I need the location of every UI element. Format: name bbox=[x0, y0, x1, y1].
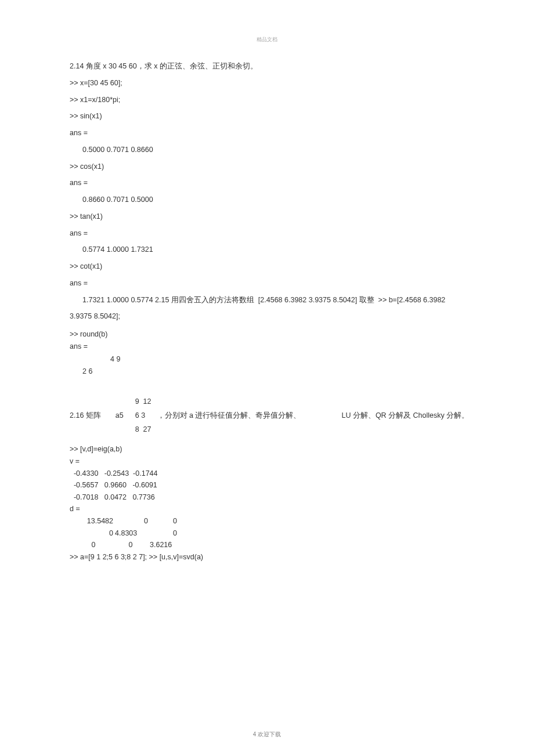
code-line: >> round(b) bbox=[70, 328, 476, 341]
output-values: 3.9375 8.5042]; bbox=[70, 308, 476, 325]
d-value: 0 bbox=[70, 527, 113, 540]
output-values: 2 6 bbox=[70, 366, 476, 378]
output-values: 0.8660 0.7071 0.5000 bbox=[70, 191, 476, 208]
output-values: -0.4330 -0.2543 -0.1744 bbox=[70, 468, 476, 480]
text-segment: ，分别对 a 进行特征值分解、奇异值分解、 bbox=[151, 407, 301, 424]
code-line: >> x=[30 45 60]; bbox=[70, 75, 476, 92]
output-line: ans = bbox=[70, 275, 476, 292]
d-value: 3.6216 bbox=[148, 539, 177, 551]
code-line: >> cot(x1) bbox=[70, 258, 476, 275]
text-line: 2.14 角度 x 30 45 60，求 x 的正弦、余弦、正切和余切。 bbox=[70, 58, 476, 75]
output-line: ans = bbox=[70, 225, 476, 242]
output-line: ans = bbox=[70, 125, 476, 142]
round-block: >> round(b) ans = 4 9 2 6 bbox=[70, 328, 476, 378]
code-line: >> a=[9 1 2;5 6 3;8 2 7]; >> [u,s,v]=svd… bbox=[70, 551, 476, 563]
output-values: 4 9 bbox=[70, 353, 476, 366]
matrix-name: a5 bbox=[107, 407, 135, 424]
output-values: 0.5774 1.0000 1.7321 bbox=[70, 241, 476, 258]
d-value: 0 bbox=[113, 539, 148, 551]
matrix-values: 9 12 6 3 8 27 bbox=[135, 395, 151, 436]
output-values: 0.5000 0.7071 0.8660 bbox=[70, 142, 476, 158]
page-header: 精品文档 bbox=[257, 36, 277, 44]
matrix-row-1: 9 12 bbox=[135, 397, 151, 406]
d-value: 0 bbox=[113, 515, 148, 527]
output-line: v = bbox=[70, 455, 476, 468]
d-value: 0 bbox=[148, 515, 177, 527]
d-matrix-row: 0 0 3.6216 bbox=[70, 539, 476, 551]
section-216: 2.16 矩阵 a5 9 12 6 3 8 27 ，分别对 a 进行特征值分解、… bbox=[70, 395, 476, 436]
eig-output: >> [v,d]=eig(a,b) v = -0.4330 -0.2543 -0… bbox=[70, 443, 476, 563]
matrix-row-2: 6 3 bbox=[135, 411, 145, 419]
d-value: 13.5482 bbox=[70, 515, 113, 527]
code-line: >> x1=x/180*pi; bbox=[70, 92, 476, 108]
d-value: 4.8303 bbox=[113, 527, 148, 540]
document-body: 2.14 角度 x 30 45 60，求 x 的正弦、余弦、正切和余切。 >> … bbox=[70, 58, 476, 563]
section-label: 2.16 矩阵 bbox=[70, 407, 107, 424]
page-footer: 4 欢迎下载 bbox=[253, 730, 281, 739]
code-line: >> [v,d]=eig(a,b) bbox=[70, 443, 476, 455]
d-matrix-row: 0 4.8303 0 bbox=[70, 527, 476, 540]
d-value: 0 bbox=[148, 527, 177, 540]
output-line: ans = bbox=[70, 175, 476, 191]
matrix-row: 2.16 矩阵 a5 9 12 6 3 8 27 ，分别对 a 进行特征值分解、… bbox=[70, 395, 476, 436]
output-values: 1.7321 1.0000 0.5774 2.15 用四舍五入的方法将数组 [2… bbox=[70, 292, 476, 309]
output-line: ans = bbox=[70, 341, 476, 353]
d-matrix-row: 13.5482 0 0 bbox=[70, 515, 476, 527]
code-line: >> cos(x1) bbox=[70, 158, 476, 175]
code-line: >> sin(x1) bbox=[70, 108, 476, 125]
output-values: -0.7018 0.0472 0.7736 bbox=[70, 491, 476, 504]
text-segment: LU 分解、QR 分解及 Chollesky 分解。 bbox=[301, 407, 469, 424]
output-values: -0.5657 0.9660 -0.6091 bbox=[70, 479, 476, 491]
matrix-row-3: 8 27 bbox=[135, 425, 151, 433]
code-line: >> tan(x1) bbox=[70, 208, 476, 225]
d-value: 0 bbox=[70, 539, 113, 551]
output-line: d = bbox=[70, 503, 476, 515]
